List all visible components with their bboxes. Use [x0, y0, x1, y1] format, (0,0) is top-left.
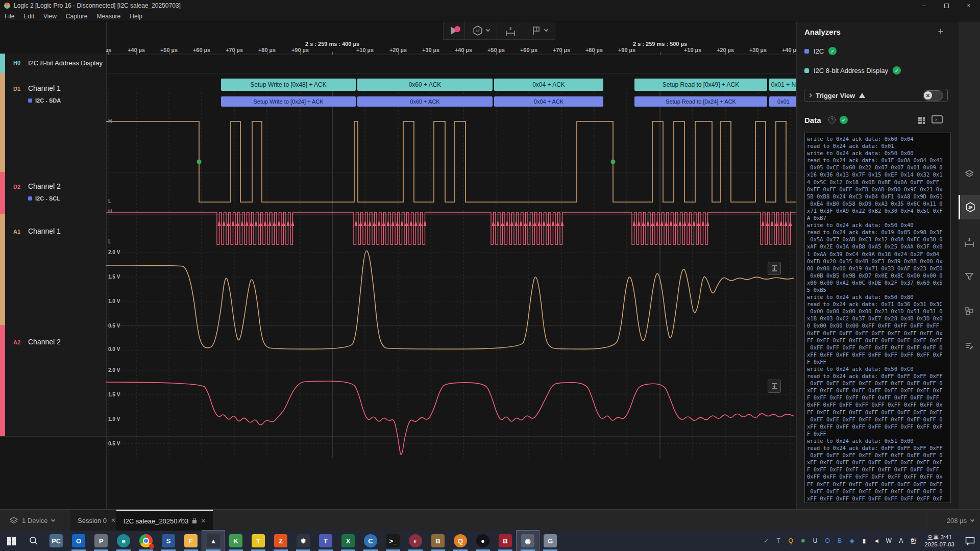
taskbar-app-kayak-app[interactable]: K	[225, 531, 247, 551]
i2c-annotation[interactable]: 0x01	[769, 96, 796, 107]
taskbar-app-triangle-tool[interactable]: ▲	[202, 531, 225, 551]
taskbar-app-edge[interactable]: e	[112, 531, 135, 551]
analyzer-item-i2c-8bit[interactable]: I2C 8-bit Address Display ✓	[804, 66, 901, 74]
tray-teams-tray-icon[interactable]: T	[772, 531, 785, 551]
add-analyzer-button[interactable]: +	[938, 27, 943, 37]
measure-tool-button[interactable]: 3	[497, 21, 524, 39]
tray-ime-latin-icon[interactable]: A	[895, 531, 907, 551]
i2c-annotation[interactable]: 0x04 + ACK	[494, 96, 603, 107]
taskbar-app-snowflake-tool[interactable]: ❄	[292, 531, 314, 551]
tray-power-plug-icon[interactable]: ▮	[858, 531, 870, 551]
tray-usb-icon[interactable]: U	[809, 531, 821, 551]
taskbar-app-camera-capture[interactable]: ◉	[517, 531, 539, 551]
maximize-button[interactable]	[935, 0, 958, 11]
menu-item-file[interactable]: File	[0, 11, 19, 21]
tab-session-0[interactable]: Session 0 ✕	[70, 510, 123, 531]
check-icon[interactable]: ✓	[828, 47, 837, 55]
menu-item-edit[interactable]: Edit	[19, 11, 39, 21]
tray-search-tray-icon[interactable]: Q	[785, 531, 797, 551]
tray-ime-hangul-icon[interactable]: 한	[907, 531, 919, 551]
i2c-8bit-annotation[interactable]: 0x01 + N	[769, 79, 796, 91]
notification-center-button[interactable]	[960, 531, 980, 551]
devices-icon[interactable]	[959, 161, 980, 186]
menu-item-help[interactable]: Help	[125, 11, 147, 21]
analog-waveform-ch2[interactable]	[106, 359, 796, 458]
channel-row-a1[interactable]: A1 Channel 1	[0, 214, 106, 325]
data-terminal-output[interactable]: write to 0x24 ack data: 0x60 0x04read to…	[804, 133, 951, 503]
new-tab-button[interactable]: +	[179, 510, 184, 531]
tray-green-check-icon[interactable]: ✓	[760, 531, 772, 551]
scl-digital-waveform[interactable]	[106, 206, 796, 248]
timeline-zoom-control[interactable]: 208 µs	[926, 510, 974, 531]
channel-row-d2[interactable]: D2 Channel 2 I2C - SCL	[0, 172, 106, 214]
tray-speaker-icon[interactable]: ◄	[870, 531, 883, 551]
tray-security-shield-icon[interactable]: ◈	[846, 531, 858, 551]
check-icon[interactable]: ✓	[840, 116, 848, 124]
annotations-button[interactable]	[524, 21, 555, 39]
sda-digital-waveform[interactable]	[106, 107, 796, 206]
taskbar-app-black-circle-app[interactable]: ●	[472, 531, 494, 551]
channel-row-h0[interactable]: H0 I2C 8-bit Address Display	[0, 54, 106, 73]
notes-icon[interactable]	[959, 334, 980, 358]
tray-wifi-icon[interactable]: W	[883, 531, 895, 551]
device-selector[interactable]: 1 Device	[9, 510, 55, 531]
taskbar-app-cmd[interactable]: >_	[382, 531, 404, 551]
analyzer-item-i2c[interactable]: I2C ✓	[804, 47, 837, 55]
waveform-area[interactable]: Setup Write to [0x48] + ACK0x60 + ACK0x0…	[106, 55, 796, 458]
minimize-button[interactable]: –	[913, 0, 935, 11]
tab-i2c-saleae[interactable]: I2C saleae_20250703 ✕	[116, 510, 213, 531]
taskbar-app-excel[interactable]: X	[337, 531, 359, 551]
terminal-view-icon[interactable]: >_	[932, 115, 943, 123]
start-button[interactable]	[0, 531, 22, 551]
check-icon[interactable]: ✓	[893, 66, 901, 74]
extensions-icon[interactable]	[959, 299, 980, 323]
taskbar-app-red-book[interactable]: B	[494, 531, 517, 551]
close-button[interactable]: ×	[958, 0, 980, 11]
i2c-8bit-annotation[interactable]: Setup Write to [0x48] + ACK	[221, 79, 356, 91]
taskbar-app-copper-app[interactable]: B	[427, 531, 449, 551]
time-ruler[interactable]: µs+40 µs+50 µs+60 µs+70 µs+80 µs+90 µs+1…	[106, 41, 796, 55]
trigger-view-toggle[interactable]: ✕	[923, 90, 943, 101]
analog-waveform-ch1[interactable]	[106, 248, 796, 359]
taskbar-app-compass-browser[interactable]: C	[359, 531, 382, 551]
channel-row-d1[interactable]: D1 Channel 1 I2C - SDA	[0, 73, 106, 172]
taskbar-app-spray-app[interactable]: G	[539, 531, 561, 551]
taskbar-app-teams[interactable]: T	[314, 531, 337, 551]
taskbar-app-chrome[interactable]	[135, 531, 157, 551]
taskbar-app-outlook[interactable]: O	[67, 531, 90, 551]
a2-measure-button[interactable]	[768, 380, 781, 393]
taskbar-app-print-utility[interactable]: P	[90, 531, 112, 551]
taskbar-clock[interactable]: 오후 3:41 2025-07-03	[919, 534, 960, 548]
menu-item-capture[interactable]: Capture	[61, 11, 92, 21]
close-icon[interactable]: ✕	[201, 517, 206, 524]
channel-row-a2[interactable]: A2 Channel 2	[0, 325, 106, 436]
i2c-annotation[interactable]: Setup Write to [0x24] + ACK	[221, 96, 356, 107]
device-config-button[interactable]: 1F	[465, 21, 497, 39]
a1-measure-button[interactable]	[768, 262, 781, 275]
taskbar-app-search-orange[interactable]: Q	[449, 531, 472, 551]
filter-icon[interactable]	[959, 264, 980, 289]
help-icon[interactable]: ?	[828, 116, 836, 123]
start-capture-button[interactable]	[444, 21, 465, 39]
measurements-icon[interactable]: 3	[959, 230, 980, 254]
i2c-8bit-annotation[interactable]: 0x04 + ACK	[494, 79, 603, 91]
taskbar-app-half-circle-app[interactable]: ◐	[404, 531, 427, 551]
i2c-annotation[interactable]: 0x60 + ACK	[357, 96, 493, 107]
tray-bluetooth-icon[interactable]: B	[834, 531, 846, 551]
taskbar-app-file-explorer[interactable]: F	[180, 531, 202, 551]
close-icon[interactable]: ✕	[111, 517, 116, 524]
tray-outlook-tray-icon[interactable]: O	[821, 531, 834, 551]
taskbar-app-firebird[interactable]: Z	[270, 531, 292, 551]
i2c-annotation[interactable]: Setup Read to [0x24] + ACK	[634, 96, 767, 107]
i2c-8bit-annotation[interactable]: 0x60 + ACK	[357, 79, 493, 91]
trigger-view-row[interactable]: Trigger View ✕	[804, 89, 948, 102]
taskbar-app-t-terminal[interactable]: T	[247, 531, 270, 551]
taskbar-app-save-tool[interactable]: S	[157, 531, 180, 551]
table-view-icon[interactable]	[917, 116, 925, 124]
menu-item-measure[interactable]: Measure	[92, 11, 126, 21]
capture-settings-icon[interactable]: 1F	[959, 195, 980, 219]
taskbar-app-my-computer[interactable]: PC	[45, 531, 67, 551]
menu-item-view[interactable]: View	[39, 11, 61, 21]
i2c-8bit-annotation[interactable]: Setup Read to [0x49] + ACK	[634, 79, 767, 91]
tray-color-square-icon[interactable]: ■	[797, 531, 809, 551]
